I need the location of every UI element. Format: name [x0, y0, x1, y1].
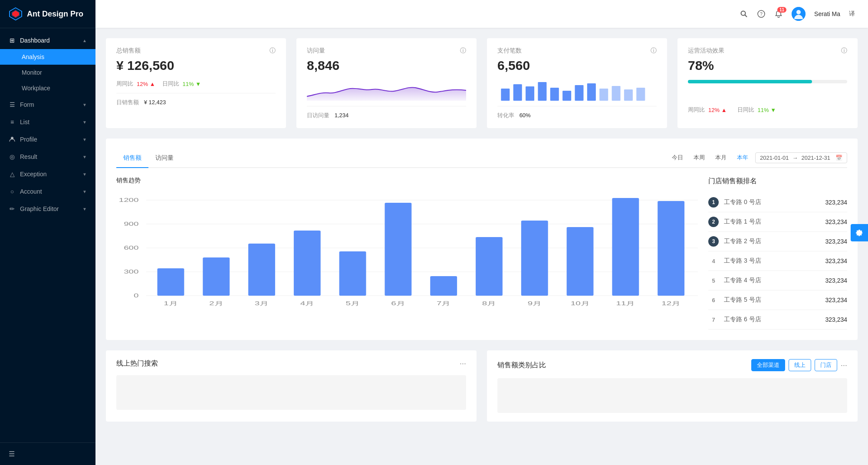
- sidebar-item-analysis[interactable]: Analysis: [0, 49, 95, 65]
- logo-container[interactable]: Ant Design Pro: [0, 0, 95, 28]
- result-label: Result: [20, 153, 78, 160]
- hot-search-header: 线上热门搜索 ···: [116, 359, 466, 368]
- sidebar-item-workplace[interactable]: Workplace: [0, 80, 95, 96]
- rank-value-3: 323,234: [825, 238, 847, 245]
- svg-rect-14: [538, 82, 546, 101]
- total-sales-footer: 周同比 12% ▲ 日同比 11% ▼: [116, 80, 276, 88]
- visits-info-icon[interactable]: ⓘ: [460, 47, 466, 55]
- user-avatar[interactable]: [792, 7, 806, 21]
- svg-point-9: [796, 10, 801, 14]
- chevron-down-icon: ▼: [82, 102, 87, 107]
- bar-feb: [203, 257, 230, 296]
- svg-text:4月: 4月: [300, 300, 314, 307]
- week-btn[interactable]: 本周: [690, 152, 708, 163]
- payments-value: 6,560: [497, 58, 657, 73]
- svg-text:6月: 6月: [391, 300, 405, 307]
- bar-mar: [248, 244, 275, 296]
- chart-tabs: 销售额 访问量 今日 本周 本月 本年 2021-01-01 → 2021-12…: [116, 149, 847, 168]
- header: ? 11 Serati Ma 译: [95, 0, 868, 28]
- hot-search-card: 线上热门搜索 ···: [106, 350, 477, 422]
- visits-value: 8,846: [307, 58, 466, 73]
- chart-body: 销售趋势 1200 900 600: [116, 177, 847, 330]
- rank-num-3: 3: [708, 236, 719, 247]
- day-change-value: 11% ▼: [183, 81, 201, 87]
- tab-visits[interactable]: 访问量: [148, 149, 181, 168]
- translate-button[interactable]: 译: [849, 9, 858, 19]
- visits-mini-chart: [307, 80, 466, 101]
- hot-search-content: [116, 375, 466, 410]
- ranking-item-2: 2 工专路 1 号店 323,234: [708, 212, 847, 232]
- today-btn[interactable]: 今日: [668, 152, 687, 163]
- stat-title-operations: 运营活动效果 ⓘ: [688, 47, 847, 55]
- stat-card-payments: 支付笔数 ⓘ 6,560: [487, 38, 667, 128]
- ranking-area: 门店销售额排名 1 工专路 0 号店 323,234 2 工专路 1 号店 32…: [708, 177, 847, 330]
- payments-mini-chart: [497, 80, 657, 101]
- settings-button[interactable]: [851, 224, 868, 241]
- rank-value-4: 323,234: [825, 257, 847, 264]
- result-icon: ◎: [9, 153, 16, 160]
- sales-category-more-btn[interactable]: ···: [841, 361, 847, 370]
- day-change-label: 日同比: [162, 80, 179, 88]
- chevron-down-icon3: ▼: [82, 137, 87, 142]
- bar-jan: [157, 268, 184, 296]
- stat-title-visits: 访问量 ⓘ: [307, 47, 466, 55]
- tab-sales[interactable]: 销售额: [116, 149, 148, 168]
- bar-jul: [430, 276, 457, 296]
- workplace-label: Workplace: [22, 85, 50, 92]
- month-btn[interactable]: 本月: [712, 152, 730, 163]
- bar-nov: [612, 198, 639, 296]
- operations-info-icon[interactable]: ⓘ: [841, 47, 847, 55]
- visits-label: 访问量: [307, 47, 325, 55]
- rank-num-5: 5: [708, 275, 719, 286]
- sidebar-item-profile[interactable]: Profile ▼: [0, 131, 95, 148]
- analysis-label: Analysis: [22, 53, 44, 60]
- sidebar-item-list[interactable]: ≡ List ▼: [0, 113, 95, 131]
- date-range-picker[interactable]: 2021-01-01 → 2021-12-31 📅: [755, 152, 847, 163]
- sidebar-item-monitor[interactable]: Monitor: [0, 65, 95, 80]
- collapse-icon: ☰: [9, 450, 15, 458]
- chevron-down-icon6: ▼: [82, 189, 87, 194]
- week-change-label: 周同比: [116, 80, 133, 88]
- svg-text:8月: 8月: [482, 300, 496, 307]
- sidebar-item-result[interactable]: ◎ Result ▼: [0, 148, 95, 165]
- exception-label: Exception: [20, 171, 78, 178]
- rank-name-4: 工专路 3 号店: [724, 257, 825, 265]
- svg-rect-16: [562, 91, 571, 101]
- notification-button[interactable]: 11: [774, 10, 783, 18]
- sales-category-card: 销售额类别占比 全部渠道 线上 门店 ···: [487, 350, 858, 422]
- chevron-up-icon: ▲: [82, 38, 87, 43]
- hot-search-more-btn[interactable]: ···: [460, 359, 466, 368]
- svg-rect-21: [624, 89, 633, 101]
- username[interactable]: Serati Ma: [814, 10, 840, 17]
- rank-num-4: 4: [708, 256, 719, 266]
- search-button[interactable]: [740, 10, 748, 18]
- svg-rect-20: [612, 86, 621, 101]
- all-channel-btn[interactable]: 全部渠道: [751, 359, 785, 371]
- svg-text:1月: 1月: [164, 300, 178, 307]
- total-sales-info-icon[interactable]: ⓘ: [270, 47, 276, 55]
- sidebar-item-account[interactable]: ○ Account ▼: [0, 183, 95, 200]
- stat-card-operations: 运营活动效果 ⓘ 78% 周同比 12% ▲ 日同比 11% ▼: [677, 38, 858, 128]
- svg-text:3月: 3月: [255, 300, 269, 307]
- online-channel-btn[interactable]: 线上: [789, 359, 811, 371]
- sidebar-item-form[interactable]: ☰ Form ▼: [0, 96, 95, 113]
- operations-label: 运营活动效果: [688, 47, 724, 55]
- bottom-grid: 线上热门搜索 ··· 销售额类别占比 全部渠道 线上 门店 ···: [106, 350, 858, 422]
- total-sales-value: ¥ 126,560: [116, 58, 276, 73]
- rank-num-7: 7: [708, 314, 719, 325]
- payments-info-icon[interactable]: ⓘ: [651, 47, 657, 55]
- stat-title-payments: 支付笔数 ⓘ: [497, 47, 657, 55]
- sidebar-item-graphic-editor[interactable]: ✏ Graphic Editor ▼: [0, 200, 95, 218]
- conversion-footer: 转化率 60%: [497, 106, 657, 119]
- exception-icon: △: [9, 171, 16, 178]
- year-btn[interactable]: 本年: [733, 152, 752, 163]
- bar-may: [339, 251, 366, 296]
- account-icon: ○: [9, 188, 16, 195]
- chart-section: 销售额 访问量 今日 本周 本月 本年 2021-01-01 → 2021-12…: [106, 139, 858, 340]
- help-button[interactable]: ?: [757, 10, 766, 18]
- sidebar-item-exception[interactable]: △ Exception ▼: [0, 165, 95, 183]
- bar-jun: [385, 203, 411, 296]
- store-channel-btn[interactable]: 门店: [815, 359, 837, 371]
- sidebar-item-dashboard[interactable]: ⊞ Dashboard ▲: [0, 32, 95, 49]
- sidebar-collapse-btn[interactable]: ☰: [0, 442, 95, 465]
